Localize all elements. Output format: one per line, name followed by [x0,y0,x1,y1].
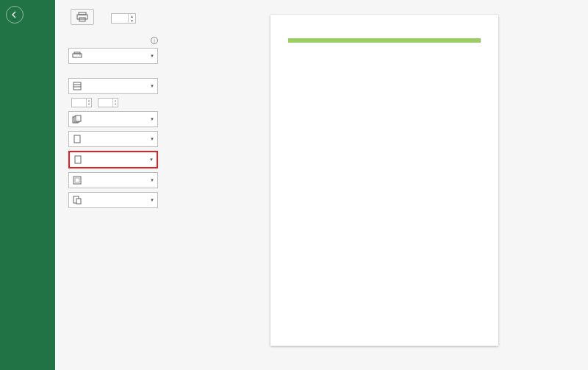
print-backstage: ▲▼ i ▼ ▼ ▲▼ ▲▼ ▼ [55,0,588,370]
copies-down-icon[interactable]: ▼ [129,18,135,23]
page-size-icon [73,154,83,165]
portrait-icon [72,134,82,144]
print-button[interactable] [68,9,96,26]
chevron-down-icon: ▼ [147,137,154,141]
sheets-icon [72,81,82,91]
svg-point-5 [79,54,80,55]
orientation-selector[interactable]: ▼ [68,131,158,147]
svg-rect-6 [74,82,81,90]
svg-rect-17 [76,199,81,204]
scaling-selector[interactable]: ▼ [68,192,158,208]
margins-icon [72,175,82,185]
back-button[interactable] [6,6,24,24]
pages-from-input[interactable] [72,99,86,107]
back-arrow-icon [11,11,18,18]
chevron-down-icon: ▼ [147,117,154,121]
svg-rect-15 [75,178,79,182]
doc-title [288,38,481,43]
chevron-down-icon: ▼ [147,198,154,202]
svg-rect-12 [74,135,80,143]
collated-icon [72,114,82,124]
chevron-down-icon: ▼ [147,84,154,88]
pages-range: ▲▼ ▲▼ [68,98,158,107]
print-what-selector[interactable]: ▼ [68,78,158,94]
svg-rect-11 [76,115,81,121]
chevron-down-icon: ▼ [146,157,154,162]
info-icon[interactable]: i [151,37,158,44]
chevron-down-icon: ▼ [147,54,154,58]
print-preview [165,0,588,370]
copies-spinner[interactable]: ▲▼ [111,13,136,24]
svg-rect-4 [74,52,80,54]
copies-input[interactable] [112,15,128,22]
margins-selector[interactable]: ▼ [68,172,158,188]
collation-selector[interactable]: ▼ [68,111,158,127]
chevron-down-icon: ▼ [147,178,154,182]
pages-to-input[interactable] [98,99,112,107]
svg-rect-13 [75,156,81,163]
printer-icon [76,12,88,22]
printer-device-icon [72,51,82,61]
page-size-selector[interactable]: ▼ [68,151,158,168]
svg-rect-1 [77,15,87,19]
backstage-sidebar [0,0,55,370]
copies-row: ▲▼ [107,13,136,24]
settings-column: ▲▼ i ▼ ▼ ▲▼ ▲▼ ▼ [55,0,165,370]
printer-selector[interactable]: ▼ [68,48,158,64]
preview-page [270,15,498,346]
scaling-icon [72,195,82,205]
